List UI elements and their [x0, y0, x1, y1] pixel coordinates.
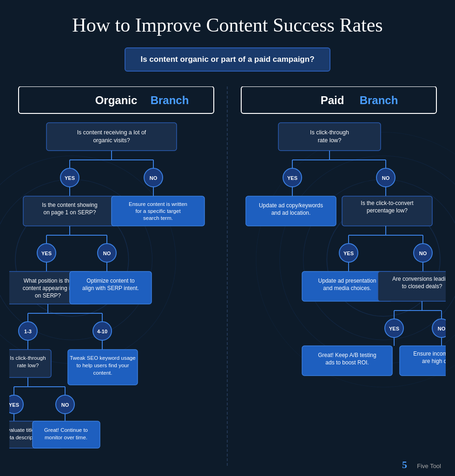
paid-no2-ans-l1: Are conversions leading — [392, 276, 446, 282]
org-no1-ans-l3: search term. — [143, 215, 173, 221]
org-yes2-ans-l2: content appearing in — [23, 285, 73, 291]
org-no3: NO — [61, 402, 69, 408]
svg-text:5: 5 — [402, 459, 407, 470]
org-no2-ans-l2: align with SERP intent. — [82, 285, 139, 291]
page-container: How to Improve Content Success Rates Is … — [0, 0, 455, 476]
org-no1-ans-l1: Ensure content is written — [129, 201, 187, 207]
paid-yes1-ans-l2: and ad location. — [271, 210, 311, 216]
org-yes1: YES — [65, 175, 75, 181]
paid-yes1-ans-l1: Update ad copy/keywords — [259, 202, 323, 209]
org-yes3: YES — [9, 402, 19, 408]
paid-no2-ans-l2: to closed deals? — [402, 283, 442, 290]
logo-area: 5 Five Tool — [401, 458, 441, 474]
paid-branch-label-bold: Paid — [321, 94, 344, 106]
paid-yes2-ans-l2: and media choices. — [323, 285, 371, 291]
logo-text: Five Tool — [417, 463, 441, 469]
org-yes2-ans-l1: What position is the — [24, 278, 73, 284]
organic-branch-label-normal: Branch — [151, 94, 189, 106]
org-no2: NO — [103, 251, 111, 256]
paid-no3-ans-l1: Ensure incoming leads — [413, 350, 446, 357]
org-yes2: YES — [41, 251, 52, 256]
flowchart-svg: Organic Branch Is content receiving a lo… — [9, 86, 446, 468]
org-no3-ans-l2: monitor over time. — [45, 435, 87, 440]
paid-no3: NO — [438, 326, 446, 331]
paid-yes1: YES — [287, 175, 297, 181]
paid-q1-l1: Is click-through — [310, 129, 349, 136]
org-yes1-ans-l1: Is the content showing — [42, 202, 97, 208]
paid-no2: NO — [419, 251, 427, 256]
paid-no1-ans-l2: percentage low? — [367, 207, 408, 214]
org-yes1-ans-l2: on page 1 on SERP? — [44, 209, 96, 216]
org-no3-ans-l1: Great! Continue to — [44, 427, 88, 433]
org-yes2-ans-l3: on SERP? — [35, 292, 61, 299]
org-q3-l2: rate low? — [17, 363, 39, 368]
organic-branch-label-bold: Organic — [95, 94, 138, 106]
org-pos1: 1-3 — [24, 329, 32, 334]
top-question-box: Is content organic or part of a paid cam… — [125, 47, 330, 72]
org-pos2-ans-l3: content. — [93, 370, 112, 376]
paid-no1: NO — [382, 175, 390, 181]
paid-yes3-ans-l2: ads to boost ROI. — [325, 359, 369, 366]
paid-branch-label-normal: Branch — [360, 94, 398, 106]
page-title: How to Improve Content Success Rates — [9, 14, 446, 36]
org-pos2: 4-10 — [97, 329, 107, 334]
org-no2-ans-l1: Optimize content to — [86, 278, 135, 284]
paid-no3-ans-l2: are high quality. — [422, 358, 446, 364]
paid-yes2-ans-l1: Update ad presentation — [318, 278, 376, 284]
paid-q1-l2: rate low? — [318, 137, 342, 144]
org-pos2-ans-l1: Tweak SEO keyword usage — [70, 355, 135, 361]
org-no1: NO — [150, 175, 158, 181]
org-pos2-ans-l2: to help users find your — [76, 363, 129, 368]
org-no1-ans-l2: for a specific target — [135, 208, 181, 214]
svg-rect-8 — [46, 123, 177, 151]
svg-rect-50 — [278, 123, 381, 151]
org-q3-l1: Is click-through — [10, 355, 46, 361]
top-question-container: Is content organic or part of a paid cam… — [9, 47, 446, 72]
logo-icon: 5 — [401, 458, 414, 474]
paid-yes2: YES — [343, 251, 354, 256]
org-q1-line2: organic visits? — [93, 137, 130, 144]
org-q1-line1: Is content receiving a lot of — [77, 129, 146, 136]
paid-no1-ans-l1: Is the click-to-convert — [361, 200, 414, 206]
paid-yes3-ans-l1: Great! Keep A/B testing — [318, 352, 376, 358]
paid-yes3: YES — [389, 326, 399, 331]
